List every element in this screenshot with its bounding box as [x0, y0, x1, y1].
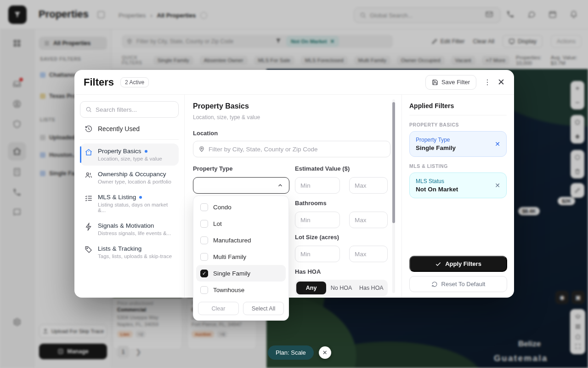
more-options-button[interactable]: ⋮ — [484, 81, 490, 83]
reset-icon — [431, 281, 438, 288]
option-lot[interactable]: Lot — [196, 215, 286, 232]
active-count-badge: 2 Active — [120, 77, 149, 87]
filters-modal: Filters 2 Active Save Filter ⋮ ✕ Search … — [74, 70, 514, 298]
property-type-label: Property Type — [193, 165, 232, 172]
plan-badge[interactable]: Plan: Scale — [268, 345, 314, 360]
location-label: Location — [193, 130, 218, 137]
modal-title: Filters — [84, 76, 114, 88]
modal-close-button[interactable]: ✕ — [498, 77, 505, 87]
applied-group-heading: PROPERTY BASICS — [409, 122, 507, 127]
checkbox-unchecked[interactable] — [200, 220, 208, 228]
lot-size-max-input[interactable]: Max — [349, 246, 388, 262]
estimated-value-max-input[interactable]: Max — [349, 177, 388, 194]
checkbox-unchecked[interactable] — [200, 236, 208, 244]
bathrooms-min-input[interactable]: Min — [295, 212, 340, 228]
section-subheading: Location, size, type & value — [193, 114, 260, 121]
applied-group-heading: MLS & LISTING — [409, 163, 507, 169]
estimated-value-label: Estimated Value ($) — [295, 165, 350, 172]
plan-toast: Plan: Scale ✕ — [268, 345, 331, 360]
location-placeholder: Filter by City, State, County or Zip Cod… — [209, 146, 318, 153]
reset-to-default-button[interactable]: Reset To Default — [409, 276, 507, 292]
filter-search-placeholder: Search filters... — [96, 106, 137, 113]
hoa-segmented-control: Any No HOA Has HOA — [295, 280, 388, 296]
nav-item-property-basics[interactable]: Property Basics Location, size, type & v… — [80, 144, 179, 166]
checklist-icon — [85, 194, 93, 213]
applied-filter-name: MLS Status — [416, 178, 458, 184]
toast-close-button[interactable]: ✕ — [319, 346, 331, 359]
recently-used-item[interactable]: Recently Used — [80, 118, 179, 140]
active-filter-dot — [145, 150, 147, 153]
option-townhouse[interactable]: Townhouse — [196, 282, 286, 298]
option-multi-family[interactable]: Multi Family — [196, 248, 286, 265]
applied-filter-card: MLS Status Not On Market ✕ — [409, 172, 507, 198]
lot-size-label: Lot Size (acres) — [295, 234, 339, 241]
modal-header: Filters 2 Active Save Filter ⋮ ✕ — [74, 70, 514, 95]
property-type-dropdown: Condo Lot Manufactured Multi Family ✓Sin… — [193, 196, 289, 321]
home-icon — [85, 148, 93, 161]
applied-filters-panel: Applied Filters PROPERTY BASICS Property… — [401, 95, 514, 298]
lot-size-min-input[interactable]: Min — [295, 246, 340, 262]
applied-filters-title: Applied Filters — [409, 102, 507, 115]
option-manufactured[interactable]: Manufactured — [196, 232, 286, 248]
checkbox-checked[interactable]: ✓ — [200, 270, 208, 277]
screen: Properties Properties › All Properties G… — [0, 0, 588, 368]
checkbox-unchecked[interactable] — [200, 286, 208, 294]
pin-icon — [198, 146, 205, 152]
nav-item-lists-tracking[interactable]: Lists & Tracking Tags, lists, uploads & … — [80, 241, 179, 263]
has-hoa-label: Has HOA — [295, 268, 321, 275]
applied-filter-value: Not On Market — [416, 186, 458, 193]
nav-item-mls-listing[interactable]: MLS & Listing Listing status, days on ma… — [80, 190, 179, 217]
apply-filters-button[interactable]: Apply Filters — [409, 256, 507, 272]
bathrooms-label: Bathrooms — [295, 200, 327, 207]
nav-item-ownership[interactable]: Ownership & Occupancy Owner type, locati… — [80, 167, 179, 189]
select-all-button[interactable]: Select All — [243, 302, 284, 315]
check-icon — [435, 261, 441, 267]
content-scrollbar-thumb[interactable] — [392, 102, 395, 223]
property-type-select[interactable] — [193, 177, 289, 194]
save-filter-button[interactable]: Save Filter — [425, 75, 476, 90]
estimated-value-min-input[interactable]: Min — [295, 177, 340, 194]
chevron-up-icon — [277, 182, 283, 189]
applied-filter-card: Property Type Single Family ✕ — [409, 131, 507, 157]
clear-button[interactable]: Clear — [198, 302, 239, 315]
bathrooms-max-input[interactable]: Max — [349, 212, 388, 228]
section-heading: Property Basics — [193, 102, 249, 110]
option-single-family[interactable]: ✓Single Family — [196, 265, 286, 282]
users-icon — [85, 171, 93, 184]
applied-filter-value: Single Family — [416, 144, 456, 151]
nav-item-signals[interactable]: Signals & Motivation Distress signals, l… — [80, 218, 179, 240]
search-icon — [85, 106, 92, 113]
location-input[interactable]: Filter by City, State, County or Zip Cod… — [193, 141, 390, 157]
filter-search-input[interactable]: Search filters... — [80, 101, 179, 118]
checkbox-unchecked[interactable] — [200, 203, 208, 211]
hoa-option-has[interactable]: Has HOA — [356, 282, 386, 294]
hoa-option-no[interactable]: No HOA — [326, 282, 356, 294]
applied-filter-name: Property Type — [416, 137, 456, 143]
history-icon — [85, 125, 93, 133]
hoa-option-any[interactable]: Any — [296, 282, 326, 294]
filter-categories-nav: Search filters... Recently Used Property… — [74, 95, 185, 298]
remove-filter-icon[interactable]: ✕ — [495, 182, 500, 189]
lightning-icon — [85, 222, 93, 236]
active-filter-dot — [139, 196, 142, 199]
save-icon — [432, 79, 438, 86]
remove-filter-icon[interactable]: ✕ — [495, 140, 500, 148]
tag-icon — [85, 245, 93, 259]
checkbox-unchecked[interactable] — [200, 253, 208, 261]
option-condo[interactable]: Condo — [196, 199, 286, 215]
